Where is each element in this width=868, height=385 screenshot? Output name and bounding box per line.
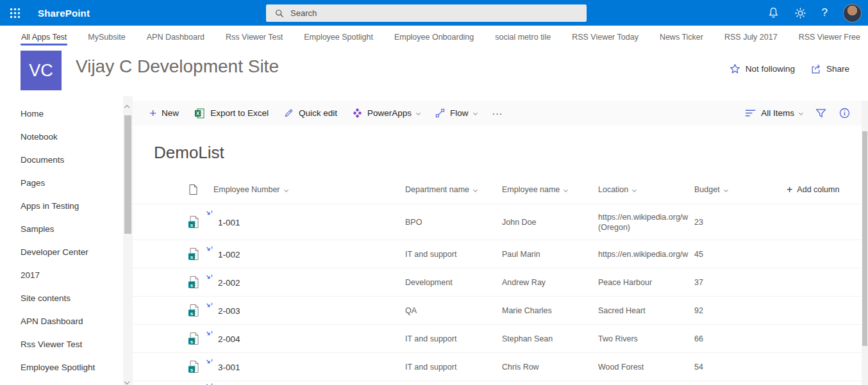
column-header-employee-number[interactable]: Employee Number — [213, 185, 288, 194]
sidebar-item-2017[interactable]: 2017 — [0, 263, 123, 286]
star-icon — [730, 63, 740, 74]
column-label: Employee Number — [213, 185, 280, 194]
nav-item-rss-july-2017[interactable]: RSS July 2017 — [724, 29, 778, 45]
new-button[interactable]: + New — [149, 108, 179, 118]
share-button[interactable]: Share — [810, 63, 849, 74]
new-item-sparkle-icon — [206, 302, 213, 310]
column-header-department-name[interactable]: Department name — [405, 185, 477, 194]
sidebar-item-developer-center[interactable]: Developer Center — [0, 240, 123, 263]
column-label: Employee name — [502, 185, 560, 194]
cell-employee-number[interactable]: 1-001 — [218, 217, 240, 227]
new-item-sparkle-icon — [206, 331, 213, 338]
table-row[interactable]: s 2-003 QA Marie Charles Sacred Heart 92 — [133, 296, 862, 324]
gear-icon[interactable] — [794, 7, 806, 19]
table-row[interactable]: s 3-001 IT and support Chris Row Wood Fo… — [133, 352, 862, 381]
cell-employee: Stephan Sean — [502, 334, 553, 343]
sidebar-item-documents[interactable]: Documents — [0, 148, 123, 171]
site-header: VC Vijay C Development Site Not followin… — [0, 48, 868, 96]
powerapps-menu[interactable]: PowerApps — [353, 108, 420, 118]
table-row[interactable]: s 1-001 BPO John Doe https://en.wikipedi… — [133, 204, 862, 240]
flow-menu[interactable]: Flow — [435, 108, 477, 118]
column-header-budget[interactable]: Budget — [694, 185, 728, 194]
svg-text:s: s — [190, 366, 194, 372]
user-avatar[interactable] — [843, 4, 862, 22]
cell-employee-number[interactable]: 2-003 — [218, 306, 240, 315]
flow-icon — [435, 108, 445, 118]
sidebar-item-employee-spotlight[interactable]: Employee Spotlight — [0, 356, 123, 379]
list-rows: s 1-001 BPO John Doe https://en.wikipedi… — [133, 204, 862, 385]
column-header-employee-name[interactable]: Employee name — [502, 185, 567, 194]
chevron-down-icon — [563, 187, 568, 192]
bell-icon[interactable] — [768, 7, 779, 19]
sidebar-scrollbar-thumb[interactable] — [124, 115, 131, 234]
view-selector[interactable]: All Items — [745, 108, 803, 118]
sidebar-item-apps-in-testing[interactable]: Apps in Testing — [0, 194, 123, 217]
file-type-column-icon[interactable] — [189, 184, 197, 195]
help-icon[interactable]: ? — [822, 6, 828, 19]
pencil-icon — [284, 108, 294, 118]
nav-item-employee-spotlight[interactable]: Employee Spotlight — [303, 29, 374, 45]
site-logo[interactable]: VC — [21, 51, 62, 90]
nav-item-employee-onboarding[interactable]: Employee Onboarding — [394, 29, 474, 45]
sidebar-item-rss-viewer-test[interactable]: Rss Viewer Test — [0, 332, 123, 356]
cell-employee-number[interactable]: 2-004 — [218, 334, 240, 343]
search-box[interactable] — [266, 4, 587, 22]
view-label: All Items — [761, 108, 794, 118]
cell-budget: 66 — [694, 334, 703, 343]
search-icon — [275, 9, 284, 18]
sidebar-item-notebook[interactable]: Notebook — [0, 125, 123, 148]
search-input[interactable] — [290, 8, 586, 18]
sidebar-scrollbar[interactable] — [123, 96, 133, 385]
toolbar-overflow-icon[interactable]: ··· — [492, 108, 503, 119]
list-item-icon: s — [188, 332, 200, 345]
list-title: DemoList — [154, 143, 224, 163]
share-icon — [810, 63, 821, 74]
sidebar-nav: Home Notebook Documents Pages Apps in Te… — [0, 96, 123, 385]
waffle-icon[interactable] — [2, 0, 28, 26]
list-item-icon: s — [188, 304, 200, 317]
cell-department: QA — [405, 306, 417, 315]
cell-employee-number[interactable]: 3-001 — [218, 362, 240, 372]
cell-budget: 23 — [694, 218, 703, 227]
sidebar-item-pages[interactable]: Pages — [0, 171, 123, 194]
table-row-partial[interactable] — [133, 381, 862, 385]
column-label: Location — [598, 185, 628, 194]
cell-employee-number[interactable]: 2-002 — [218, 277, 240, 287]
nav-item-rss-viewer-free[interactable]: RSS Viewer Free — [798, 29, 861, 45]
nav-item-all-apps-test[interactable]: All Apps Test — [21, 29, 67, 45]
chevron-down-icon — [416, 111, 421, 115]
scroll-up-icon[interactable] — [125, 101, 131, 106]
filter-icon[interactable] — [815, 108, 826, 119]
sidebar-item-samples[interactable]: Samples — [0, 217, 123, 240]
nav-item-news-ticker[interactable]: News Ticker — [659, 29, 704, 45]
suite-bar: SharePoint ? — [0, 0, 868, 26]
nav-item-mysubsite[interactable]: MySubsite — [87, 29, 126, 45]
quick-edit-button[interactable]: Quick edit — [284, 108, 337, 118]
info-icon[interactable] — [839, 108, 850, 119]
list-item-icon: s — [188, 275, 200, 289]
export-to-excel-button[interactable]: X Export to Excel — [194, 108, 269, 119]
column-header-location[interactable]: Location — [598, 185, 636, 194]
follow-button[interactable]: Not following — [730, 63, 795, 74]
content-scrollbar[interactable] — [862, 101, 868, 385]
nav-item-apn-dashboard[interactable]: APN Dashboard — [146, 29, 205, 45]
scroll-down-icon[interactable] — [125, 375, 131, 381]
table-row[interactable]: s 2-002 Development Andrew Ray Peace Har… — [133, 268, 862, 296]
sidebar-item-home[interactable]: Home — [0, 102, 123, 125]
sidebar-item-apn-dashboard[interactable]: APN Dashboard — [0, 309, 123, 332]
nav-item-social-metro-tile[interactable]: social metro tile — [494, 29, 551, 45]
cell-employee-number[interactable]: 1-002 — [218, 249, 240, 259]
content-scrollbar-thumb[interactable] — [862, 131, 867, 346]
sidebar-item-site-contents[interactable]: Site contents — [0, 286, 123, 309]
nav-item-rss-viewer-test[interactable]: Rss Viewer Test — [225, 29, 283, 45]
site-title: Vijay C Development Site — [76, 56, 279, 77]
add-column-label: Add column — [797, 185, 839, 194]
add-column-button[interactable]: + Add column — [787, 185, 839, 194]
nav-item-rss-viewer-today[interactable]: RSS Viewer Today — [571, 29, 639, 45]
excel-icon: X — [194, 108, 205, 119]
cell-location: https://en.wikipedia.org/w — [598, 249, 707, 259]
cell-department: IT and support — [405, 334, 456, 343]
table-row[interactable]: s 1-002 IT and support Paul Marin https:… — [133, 240, 862, 268]
table-row[interactable]: s 2-004 IT and support Stephan Sean Two … — [133, 324, 862, 352]
new-item-sparkle-icon — [206, 210, 213, 218]
